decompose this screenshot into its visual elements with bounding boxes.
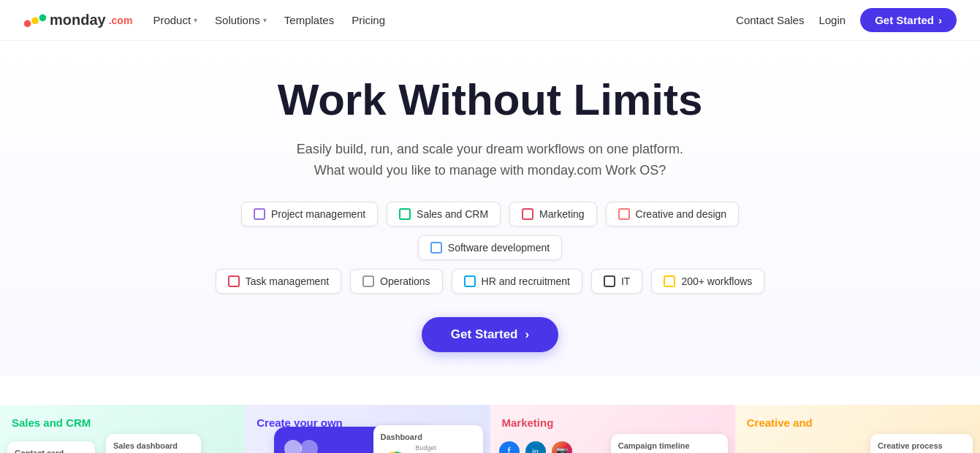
workflow-row-2: Task management Operations HR and recrui… <box>176 269 805 294</box>
chip-it[interactable]: IT <box>591 269 642 294</box>
workflow-options: Project management Sales and CRM Marketi… <box>176 202 805 294</box>
sales-preview-label: Sales and CRM <box>12 416 91 429</box>
hero-subtext-line2: What would you like to manage with monda… <box>12 160 968 181</box>
chip-software-dev[interactable]: Software development <box>418 235 562 260</box>
nav-right: Contact Sales Login Get Started › <box>736 8 957 32</box>
campaign-timeline-mock: Campaign timeline <box>611 434 728 453</box>
creative-preview-label: Creative and <box>747 416 813 429</box>
checkbox-creative-design[interactable] <box>618 208 630 220</box>
nav-pricing[interactable]: Pricing <box>352 14 385 26</box>
hero-section: Work Without Limits Easily build, run, a… <box>0 41 980 376</box>
checkbox-project-management[interactable] <box>254 208 265 220</box>
hero-cta-wrap: Get Started › <box>12 317 968 352</box>
checkbox-software-dev[interactable] <box>430 242 442 254</box>
dashboard-mock: Dashboard Budget $20M <box>373 425 483 453</box>
workflow-row-1: Project management Sales and CRM Marketi… <box>176 202 805 260</box>
nav-product[interactable]: Product ▾ <box>153 14 197 26</box>
checkbox-hr-recruitment[interactable] <box>464 275 476 287</box>
hero-subtext-line1: Easily build, run, and scale your dream … <box>12 139 968 160</box>
chip-sales-crm[interactable]: Sales and CRM <box>387 202 501 226</box>
checkbox-task-management[interactable] <box>228 275 240 287</box>
chip-task-management[interactable]: Task management <box>216 269 341 294</box>
navbar: monday.com Product ▾ Solutions ▾ Templat… <box>0 0 980 41</box>
chevron-down-icon: ▾ <box>263 16 267 24</box>
svg-point-0 <box>24 20 31 27</box>
hero-get-started-button[interactable]: Get Started › <box>422 317 558 352</box>
get-started-button[interactable]: Get Started › <box>860 8 957 32</box>
nav-templates[interactable]: Templates <box>284 14 334 26</box>
preview-marketing: Marketing f in 📷 Campaign timeline Digit… <box>490 405 735 453</box>
checkbox-200-workflows[interactable] <box>664 275 675 287</box>
chip-creative-design[interactable]: Creative and design <box>606 202 740 226</box>
chip-200-workflows[interactable]: 200+ workflows <box>651 269 764 294</box>
sales-dashboard-mock: Sales dashboard $1,624,839 <box>106 434 201 453</box>
contact-sales-link[interactable]: Contact Sales <box>736 14 804 26</box>
checkbox-it[interactable] <box>604 275 615 287</box>
svg-point-2 <box>39 14 47 21</box>
preview-create: Create your own Hey @Julia Fepelman the … <box>245 405 490 453</box>
preview-sales: Sales and CRM Contact card Opportunities… <box>0 405 245 453</box>
arrow-right-icon: › <box>938 14 942 26</box>
login-link[interactable]: Login <box>818 14 846 26</box>
chip-marketing[interactable]: Marketing <box>509 202 596 226</box>
chip-hr-recruitment[interactable]: HR and recruitment <box>452 269 582 294</box>
preview-creative: Creative and Creative process Digital as… <box>735 405 980 453</box>
nav-solutions[interactable]: Solutions ▾ <box>215 14 267 26</box>
checkbox-operations[interactable] <box>362 275 374 287</box>
chevron-down-icon: ▾ <box>194 16 197 24</box>
chip-project-management[interactable]: Project management <box>241 202 378 226</box>
creative-process-mock: Creative process <box>870 434 973 453</box>
svg-point-1 <box>31 17 39 24</box>
preview-strip: Sales and CRM Contact card Opportunities… <box>0 405 980 453</box>
hero-headline: Work Without Limits <box>12 76 968 124</box>
nav-links: Product ▾ Solutions ▾ Templates Pricing <box>153 14 385 26</box>
logo-wordmark: monday <box>50 12 106 28</box>
arrow-right-icon: › <box>525 327 529 342</box>
marketing-preview-label: Marketing <box>502 416 554 429</box>
chip-operations[interactable]: Operations <box>350 269 442 294</box>
checkbox-sales-crm[interactable] <box>399 208 411 220</box>
contact-card-mock: Contact card Opportunities <box>7 441 95 453</box>
logo[interactable]: monday.com <box>23 12 132 28</box>
checkbox-marketing[interactable] <box>522 208 533 220</box>
